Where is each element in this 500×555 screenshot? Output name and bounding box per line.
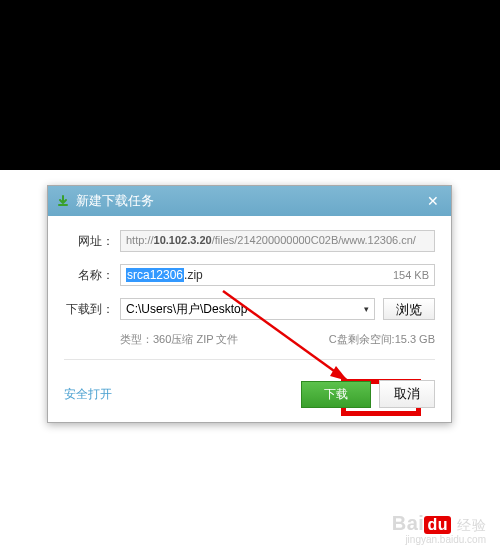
brand-bai: Bai xyxy=(392,512,425,534)
dialog-title: 新建下载任务 xyxy=(76,192,423,210)
filetype-label: 类型：360压缩 ZIP 文件 xyxy=(120,332,238,347)
brand-logo: Baidu 经验 xyxy=(0,512,486,535)
filename-ext: .zip xyxy=(184,268,203,282)
brand-cn: 经验 xyxy=(457,517,486,533)
url-label: 网址： xyxy=(64,233,114,250)
browse-button[interactable]: 浏览 xyxy=(383,298,435,320)
name-row: 名称： srca12306.zip 154 KB xyxy=(64,264,435,286)
filesize-label: 154 KB xyxy=(393,269,429,281)
download-button[interactable]: 下载 xyxy=(301,381,371,408)
diskspace-label: C盘剩余空间:15.3 GB xyxy=(329,332,435,347)
filename-text: srca12306.zip xyxy=(126,268,203,282)
close-icon[interactable]: ✕ xyxy=(423,193,443,209)
dialog-titlebar[interactable]: 新建下载任务 ✕ xyxy=(48,186,451,216)
dialog-footer: 安全打开 下载 取消 xyxy=(48,370,451,422)
filename-input[interactable]: srca12306.zip 154 KB xyxy=(120,264,435,286)
dialog-body: 网址： http://10.102.3.20/files/21420000000… xyxy=(48,216,451,370)
background-black xyxy=(0,0,500,170)
divider xyxy=(64,359,435,360)
watermark: Baidu 经验 jingyan.baidu.com xyxy=(0,504,500,555)
info-row: 类型：360压缩 ZIP 文件 C盘剩余空间:15.3 GB xyxy=(120,332,435,347)
brand-url: jingyan.baidu.com xyxy=(0,534,486,545)
footer-actions: 下载 取消 xyxy=(301,380,435,408)
saveto-path: C:\Users\用户\Desktop xyxy=(126,301,247,318)
url-row: 网址： http://10.102.3.20/files/21420000000… xyxy=(64,230,435,252)
url-input[interactable]: http://10.102.3.20/files/214200000000C02… xyxy=(120,230,435,252)
saveto-row: 下载到： C:\Users\用户\Desktop ▾ 浏览 xyxy=(64,298,435,320)
brand-du: du xyxy=(424,516,451,534)
filename-selected: srca12306 xyxy=(126,268,184,282)
cancel-button[interactable]: 取消 xyxy=(379,380,435,408)
url-host: 10.102.3.20 xyxy=(154,234,212,246)
chevron-down-icon: ▾ xyxy=(364,304,369,314)
url-prefix: http:// xyxy=(126,234,154,246)
safe-open-link[interactable]: 安全打开 xyxy=(64,386,112,403)
name-label: 名称： xyxy=(64,267,114,284)
saveto-label: 下载到： xyxy=(64,301,114,318)
saveto-dropdown[interactable]: C:\Users\用户\Desktop ▾ xyxy=(120,298,375,320)
url-path: /files/214200000000C02B/www.12306.cn/ xyxy=(212,234,416,246)
download-dialog: 新建下载任务 ✕ 网址： http://10.102.3.20/files/21… xyxy=(47,185,452,423)
download-arrow-icon xyxy=(56,194,70,208)
